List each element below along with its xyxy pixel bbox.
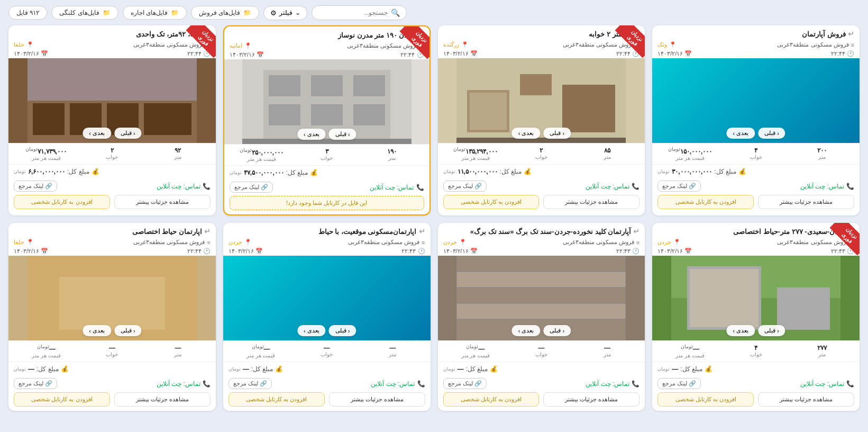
- filter-button[interactable]: ⌄ فیلتر ⚙: [263, 6, 307, 20]
- more-details-btn[interactable]: مشاهده جزئیات بیشتر: [114, 392, 211, 407]
- next-btn[interactable]: بعدی ›: [83, 128, 111, 139]
- prev-btn[interactable]: ‹ قبلی: [329, 129, 357, 140]
- contact-btn[interactable]: 📞 تماس: چت آنلاین: [800, 380, 854, 388]
- contact-label: تماس: چت آنلاین: [586, 183, 629, 190]
- next-btn[interactable]: بعدی ›: [297, 129, 326, 140]
- more-details-btn[interactable]: مشاهده جزئیات بیشتر: [758, 392, 854, 407]
- contact-btn[interactable]: 📞 تماس: چت آنلاین: [157, 183, 211, 190]
- add-to-cartabl-btn[interactable]: افزودن به کارتابل شخصی: [443, 195, 540, 209]
- stat-rooms: ۲ خواب: [509, 147, 574, 161]
- card-image-wrapper: ‹ قبلی بعدی ›: [8, 256, 216, 340]
- prev-btn[interactable]: ‹ قبلی: [329, 325, 357, 336]
- next-btn[interactable]: بعدی ›: [512, 325, 541, 336]
- contact-btn[interactable]: 📞 تماس: چت آنلاین: [586, 183, 639, 190]
- prev-btn[interactable]: ‹ قبلی: [543, 128, 571, 139]
- top-bar: 🔍 ⌄ فیلتر ⚙ 📁 فایل‌های فروش 📁 فایل‌های ا…: [0, 0, 868, 25]
- location-icon: 📍: [26, 239, 34, 246]
- more-details-btn[interactable]: مشاهده جزئیات بیشتر: [543, 195, 639, 209]
- contact-btn[interactable]: 📞 تماس: چت آنلاین: [800, 183, 854, 190]
- category-icon: ≡: [851, 42, 854, 48]
- next-icon: ›: [304, 131, 306, 138]
- link-btn[interactable]: 🔗 لینک مرجع: [229, 378, 272, 389]
- link-btn[interactable]: 🔗 لینک مرجع: [657, 378, 701, 389]
- tab-agency[interactable]: 📁 فایل‌های کلنگی: [51, 6, 118, 20]
- card-image-wrapper: ‹ قبلی بعدی ›: [438, 256, 645, 340]
- svg-rect-28: [456, 256, 626, 272]
- add-to-cartabl-btn[interactable]: افزودن به کارتابل شخصی: [657, 392, 754, 407]
- more-details-btn[interactable]: مشاهده جزئیات بیشتر: [543, 392, 639, 407]
- link-btn[interactable]: 🔗 لینک مرجع: [230, 182, 273, 193]
- link-btn[interactable]: 🔗 لینک مرجع: [14, 378, 57, 389]
- property-card: نزدیانفوری ↵ جردن ۱۹۰ متر مدرن نوساز ≡ ف…: [223, 25, 431, 215]
- contact-btn[interactable]: 📞 تماس: چت آنلاین: [586, 380, 639, 388]
- in-cart-btn[interactable]: این فایل در کارتابل شما وجود دارد!: [230, 196, 424, 210]
- add-to-cartabl-btn[interactable]: افزودن به کارتابل شخصی: [14, 392, 110, 407]
- svg-rect-4: [562, 85, 615, 132]
- next-icon: ›: [733, 328, 735, 334]
- link-btn[interactable]: 🔗 لینک مرجع: [657, 181, 701, 192]
- card-meta: 🕐 ۲۲:۴۴ 📅 ۱۴۰۳/۲/۱۶: [652, 49, 860, 58]
- svg-rect-25: [690, 269, 759, 327]
- add-to-cartabl-btn[interactable]: افزودن به کارتابل شخصی: [657, 195, 754, 209]
- location-label: زرگنده: [443, 41, 459, 48]
- next-icon: ›: [304, 328, 306, 334]
- stat-price-per-m: —تومان قیمت هر متر: [14, 344, 79, 358]
- card-image-wrapper: ‹ قبلی بعدی ›: [224, 59, 430, 144]
- link-btn[interactable]: 🔗 لینک مرجع: [443, 181, 487, 192]
- more-details-btn[interactable]: مشاهده جزئیات بیشتر: [758, 195, 854, 209]
- prev-btn[interactable]: ‹ قبلی: [543, 325, 571, 336]
- link-btn[interactable]: 🔗 لینک مرجع: [14, 181, 57, 192]
- next-label: بعدی: [736, 327, 748, 334]
- add-to-cartabl-btn[interactable]: افزودن به کارتابل شخصی: [14, 195, 110, 209]
- next-btn[interactable]: بعدی ›: [726, 325, 755, 336]
- card-total-price: 💰 مبلغ کل: ۴۷,۵۰۰,۰۰۰,۰۰۰ تومان: [224, 166, 430, 179]
- clock-icon: 🕐: [203, 248, 211, 255]
- next-btn[interactable]: بعدی ›: [83, 325, 111, 336]
- prev-btn[interactable]: ‹ قبلی: [758, 128, 785, 139]
- location-label: جلفا: [14, 239, 24, 246]
- card-bottom-btns: مشاهده جزئیات بیشتر افزودن به کارتابل شخ…: [438, 392, 645, 411]
- prev-btn[interactable]: ‹ قبلی: [114, 325, 142, 336]
- calendar-icon: 📅: [684, 248, 692, 255]
- link-icon: 🔗: [45, 380, 52, 387]
- link-btn[interactable]: 🔗 لینک مرجع: [443, 378, 487, 389]
- stat-rooms: — خواب: [509, 344, 574, 358]
- card-bottom-btns: مشاهده جزئیات بیشتر افزودن به کارتابل شخ…: [652, 392, 860, 411]
- stat-rooms: ۴ خواب: [724, 344, 789, 358]
- phone-icon: 📞: [632, 380, 639, 388]
- add-to-cartabl-btn[interactable]: افزودن به کارتابل شخصی: [443, 392, 540, 407]
- contact-label: تماس: چت آنلاین: [157, 380, 200, 388]
- more-details-btn[interactable]: مشاهده جزئیات بیشتر: [114, 195, 211, 209]
- search-box[interactable]: 🔍: [312, 5, 407, 20]
- prev-label: قبلی: [335, 327, 346, 334]
- tab-sale[interactable]: 📁 فایل‌های فروش: [191, 6, 259, 20]
- tab-rent[interactable]: 📁 فایل‌های اجاره: [123, 6, 187, 20]
- next-btn[interactable]: بعدی ›: [726, 128, 755, 139]
- add-to-cartabl-btn[interactable]: افزودن به کارتابل شخصی: [229, 392, 325, 407]
- contact-btn[interactable]: 📞 تماس: چت آنلاین: [157, 380, 211, 388]
- more-details-btn[interactable]: مشاهده جزئیات بیشتر: [329, 392, 425, 407]
- image-nav-btns: ‹ قبلی بعدی ›: [297, 129, 356, 140]
- price-icon: 💰: [92, 168, 99, 175]
- image-nav-btns: ‹ قبلی بعدی ›: [726, 128, 785, 139]
- card-actions: 📞 تماس: چت آنلاین 🔗 لینک مرجع: [652, 376, 860, 392]
- card-total-price: 💰 مبلغ کل: — تومان: [223, 362, 431, 376]
- card-actions: 📞 تماس: چت آنلاین 🔗 لینک مرجع: [224, 179, 430, 196]
- contact-btn[interactable]: 📞 تماس: چت آنلاین: [371, 380, 425, 388]
- location-label: جردن: [657, 239, 671, 246]
- search-input[interactable]: [318, 9, 388, 16]
- prev-btn[interactable]: ‹ قبلی: [114, 128, 142, 139]
- prev-btn[interactable]: ‹ قبلی: [758, 325, 785, 336]
- next-btn[interactable]: بعدی ›: [512, 128, 541, 139]
- card-bottom-btns: مشاهده جزئیات بیشتر افزودن به کارتابل شخ…: [8, 392, 216, 411]
- prev-label: قبلی: [121, 327, 132, 334]
- next-btn[interactable]: بعدی ›: [297, 325, 326, 336]
- contact-btn[interactable]: 📞 تماس: چت آنلاین: [370, 184, 424, 191]
- category-icon: ≡: [207, 239, 210, 246]
- next-label: بعدی: [522, 130, 534, 137]
- card-image-wrapper: ‹ قبلی بعدی ›: [652, 58, 860, 143]
- card-meta: 🕐 ۲۲:۴۳ 📅 ۱۴۰۳/۲/۱۶: [438, 247, 645, 256]
- next-label: بعدی: [307, 327, 319, 334]
- image-nav-btns: ‹ قبلی بعدی ›: [726, 325, 785, 336]
- property-card: ↵ اپارتمان‌مسکونی موقعیت، با حیاط ≡ فروش…: [223, 223, 431, 411]
